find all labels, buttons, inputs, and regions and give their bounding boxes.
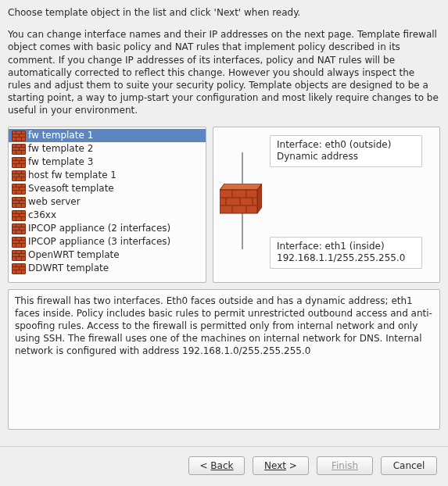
- firewall-small-icon: [12, 130, 24, 140]
- firewall-small-icon: [12, 263, 24, 273]
- template-description: This firewall has two interfaces. Eth0 f…: [8, 289, 440, 430]
- template-row[interactable]: fw template 3: [9, 155, 206, 169]
- template-row[interactable]: OpenWRT template: [9, 248, 206, 262]
- template-row-label: fw template 1: [28, 129, 93, 142]
- iface0-addr: Dynamic address: [277, 151, 415, 163]
- firewall-icon: [220, 184, 262, 217]
- firewall-small-icon: [12, 250, 24, 259]
- template-row-label: web server: [28, 195, 81, 209]
- finish-button: Finish: [317, 456, 373, 475]
- firewall-small-icon: [12, 157, 24, 166]
- svg-rect-2: [220, 190, 257, 213]
- template-row[interactable]: web server: [9, 195, 206, 209]
- intro-line-2: You can change interface names and their…: [8, 28, 440, 116]
- template-row[interactable]: host fw template 1: [9, 169, 206, 182]
- template-row-label: IPCOP appliance (2 interfaces): [28, 222, 170, 235]
- template-row-label: c36xx: [28, 209, 56, 222]
- firewall-small-icon: [12, 197, 24, 206]
- template-row[interactable]: IPCOP appliance (2 interfaces): [9, 222, 206, 235]
- template-row[interactable]: IPCOP appliance (3 interfaces): [9, 235, 206, 248]
- iface1-addr: 192.168.1.1/255.255.255.0: [277, 252, 415, 265]
- template-row-label: IPCOP appliance (3 interfaces): [28, 235, 170, 248]
- cancel-button[interactable]: Cancel: [381, 456, 437, 475]
- firewall-small-icon: [12, 223, 24, 233]
- iface1-title: Interface: eth1 (inside): [277, 241, 415, 253]
- template-preview: Interface: eth0 (outside) Dynamic addres…: [213, 127, 440, 283]
- wizard-button-bar: < Back Next > Finish Cancel: [0, 446, 448, 486]
- template-row-label: fw template 3: [28, 155, 93, 169]
- back-button[interactable]: < Back: [188, 456, 245, 475]
- template-row-label: host fw template 1: [28, 169, 116, 182]
- template-list[interactable]: fw template 1fw template 2fw template 3h…: [8, 127, 206, 283]
- intro-line-1: Choose template object in the list and c…: [8, 6, 440, 19]
- template-row[interactable]: fw template 2: [9, 142, 206, 155]
- firewall-small-icon: [12, 210, 24, 220]
- interface-box-eth0: Interface: eth0 (outside) Dynamic addres…: [270, 135, 422, 167]
- firewall-small-icon: [12, 170, 24, 180]
- svg-marker-0: [220, 184, 262, 190]
- next-button[interactable]: Next >: [253, 456, 309, 475]
- template-row-label: OpenWRT template: [28, 248, 120, 262]
- template-row[interactable]: Sveasoft template: [9, 182, 206, 195]
- iface0-title: Interface: eth0 (outside): [277, 139, 415, 152]
- template-row[interactable]: c36xx: [9, 209, 206, 222]
- template-row[interactable]: fw template 1: [9, 129, 206, 142]
- interface-box-eth1: Interface: eth1 (inside) 192.168.1.1/255…: [270, 237, 422, 269]
- template-row-label: DDWRT template: [28, 262, 109, 275]
- firewall-small-icon: [12, 184, 24, 193]
- firewall-small-icon: [12, 144, 24, 153]
- template-row-label: Sveasoft template: [28, 182, 114, 195]
- connector-top: [242, 152, 243, 187]
- template-row-label: fw template 2: [28, 142, 93, 155]
- firewall-small-icon: [12, 237, 24, 246]
- template-row[interactable]: DDWRT template: [9, 262, 206, 275]
